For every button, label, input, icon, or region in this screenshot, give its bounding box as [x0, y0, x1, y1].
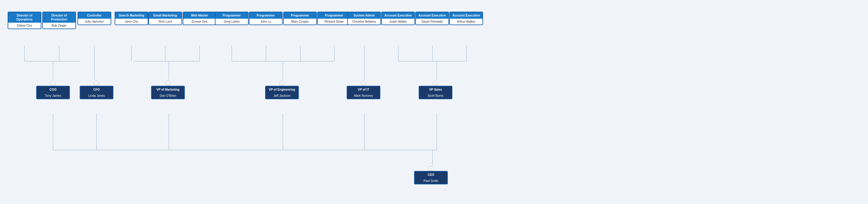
node-box-vp-marketing: VP of Marketing Dan O'Brien	[151, 86, 185, 99]
node-box-email-mktg: Email Marketing Rich Lord	[148, 12, 182, 25]
node-box-coo: COO Tony James	[36, 86, 70, 99]
node-title-web-master: Web Master	[183, 12, 216, 19]
node-title-prog-greg: Programmer	[215, 12, 248, 19]
collapse-cfo[interactable]: −	[94, 81, 99, 86]
node-name-acct-exec-sarah: Sarah Petrawitz	[416, 19, 448, 25]
node-title-dir-prod: Director of Production	[43, 12, 75, 23]
node-title-acct-exec-arthur: Account Executive	[450, 12, 483, 19]
node-box-acct-exec-arthur: Account Executive Arthur Walker	[449, 12, 483, 25]
node-title-coo: COO	[37, 87, 69, 93]
node-name-coo: Tony James	[37, 93, 69, 99]
node-title-search-mktg: Search Marketing	[115, 12, 148, 19]
node-acct-exec-justin[interactable]: Account Executive Justin Malley	[381, 12, 415, 25]
collapse-vp-it[interactable]: −	[361, 81, 366, 86]
node-box-cfo: CFO Linda Jones	[80, 86, 114, 99]
node-vp-engineering[interactable]: − VP of Engineering Jeff Jackson	[265, 80, 299, 99]
node-dir-ops[interactable]: Director of Operations Elaine Cho	[8, 12, 41, 29]
node-name-vp-it: Mark Romney	[347, 93, 380, 99]
node-box-search-mktg: Search Marketing Jerry Chu	[115, 12, 148, 25]
node-name-email-mktg: Rich Lord	[149, 19, 181, 25]
collapse-coo[interactable]: −	[51, 81, 56, 86]
node-vp-marketing[interactable]: − VP of Marketing Dan O'Brien	[151, 80, 185, 99]
node-web-master[interactable]: Web Master Emese Gris	[183, 12, 216, 25]
node-box-dir-prod: Director of Production Bob Zieger	[42, 12, 76, 29]
node-name-prog-john: John Lu	[249, 19, 282, 25]
node-name-ceo: Paul Smith	[415, 178, 447, 184]
node-name-vp-marketing: Dan O'Brien	[152, 93, 184, 99]
node-email-mktg[interactable]: Email Marketing Rich Lord	[148, 12, 182, 25]
node-name-prog-greg: Greg Larkin	[215, 19, 248, 25]
collapse-vp-engineering[interactable]: −	[280, 81, 284, 86]
node-name-dir-ops: Elaine Cho	[8, 23, 41, 29]
node-acct-exec-sarah[interactable]: Account Executive Sarah Petrawitz	[415, 12, 449, 25]
node-box-prog-greg: Programmer Greg Larkin	[215, 12, 249, 25]
node-prog-richard[interactable]: Programmer Richard Sloan	[317, 12, 351, 25]
node-box-vp-it: VP of IT Mark Romney	[347, 86, 380, 99]
node-name-controller: Julio Sanchez	[78, 19, 111, 25]
node-name-prog-richard: Richard Sloan	[318, 19, 350, 25]
node-name-dir-prod: Bob Zieger	[43, 23, 75, 29]
node-title-acct-exec-sarah: Account Executive	[416, 12, 448, 19]
node-name-cfo: Linda Jones	[80, 93, 113, 99]
node-vp-it[interactable]: − VP of IT Mark Romney	[347, 80, 380, 99]
node-name-web-master: Emese Gris	[183, 19, 216, 25]
node-name-sys-admin: Christine Bellamy	[348, 19, 380, 25]
node-box-acct-exec-sarah: Account Executive Sarah Petrawitz	[415, 12, 449, 25]
node-title-vp-engineering: VP of Engineering	[266, 87, 298, 93]
node-search-mktg[interactable]: Search Marketing Jerry Chu	[115, 12, 148, 25]
node-title-vp-sales: VP Sales	[419, 87, 452, 93]
node-box-acct-exec-justin: Account Executive Justin Malley	[381, 12, 415, 25]
node-title-email-mktg: Email Marketing	[149, 12, 181, 19]
node-title-ceo: CEO	[415, 172, 447, 178]
node-box-web-master: Web Master Emese Gris	[183, 12, 216, 25]
node-prog-john[interactable]: Programmer John Lu	[249, 12, 283, 25]
node-prog-mary[interactable]: Programmer Mary Cooper	[283, 12, 317, 25]
node-title-vp-it: VP of IT	[347, 87, 380, 93]
node-name-search-mktg: Jerry Chu	[115, 19, 148, 25]
node-box-prog-richard: Programmer Richard Sloan	[317, 12, 351, 25]
node-title-prog-john: Programmer	[249, 12, 282, 19]
node-box-prog-john: Programmer John Lu	[249, 12, 283, 25]
node-title-prog-mary: Programmer	[284, 12, 316, 19]
node-name-acct-exec-arthur: Arthur Walker	[450, 19, 483, 25]
node-name-vp-engineering: Jeff Jackson	[266, 93, 298, 99]
node-name-vp-sales: Scott Burns	[419, 93, 452, 99]
node-title-vp-marketing: VP of Marketing	[152, 87, 184, 93]
node-prog-greg[interactable]: Programmer Greg Larkin	[215, 12, 249, 25]
node-name-prog-mary: Mary Cooper	[284, 19, 316, 25]
node-sys-admin[interactable]: System Admin Christine Bellamy	[347, 12, 381, 25]
node-vp-sales[interactable]: − VP Sales Scott Burns	[419, 80, 453, 99]
node-coo[interactable]: − COO Tony James	[36, 80, 70, 99]
node-box-ceo: CEO Paul Smith	[414, 171, 448, 184]
node-title-dir-ops: Director of Operations	[8, 12, 41, 23]
node-controller[interactable]: Controller Julio Sanchez	[78, 12, 111, 25]
collapse-vp-sales[interactable]: −	[433, 81, 438, 86]
node-box-dir-ops: Director of Operations Elaine Cho	[8, 12, 41, 29]
node-title-sys-admin: System Admin	[348, 12, 380, 19]
node-cfo[interactable]: − CFO Linda Jones	[80, 80, 114, 99]
collapse-vp-marketing[interactable]: −	[165, 81, 170, 86]
node-title-controller: Controller	[78, 12, 111, 19]
collapse-ceo[interactable]: −	[429, 166, 433, 171]
node-box-controller: Controller Julio Sanchez	[78, 12, 111, 25]
node-box-sys-admin: System Admin Christine Bellamy	[347, 12, 381, 25]
node-box-vp-sales: VP Sales Scott Burns	[419, 86, 453, 99]
node-ceo[interactable]: − CEO Paul Smith	[414, 165, 448, 184]
node-box-vp-engineering: VP of Engineering Jeff Jackson	[265, 86, 299, 99]
node-acct-exec-arthur[interactable]: Account Executive Arthur Walker	[449, 12, 483, 25]
node-dir-prod[interactable]: Director of Production Bob Zieger	[42, 12, 76, 29]
node-title-prog-richard: Programmer	[318, 12, 350, 19]
org-chart: − CEO Paul Smith − COO Tony James − CFO …	[0, 0, 868, 204]
node-title-acct-exec-justin: Account Executive	[382, 12, 414, 19]
node-name-acct-exec-justin: Justin Malley	[382, 19, 414, 25]
node-title-cfo: CFO	[80, 87, 113, 93]
node-box-prog-mary: Programmer Mary Cooper	[283, 12, 317, 25]
